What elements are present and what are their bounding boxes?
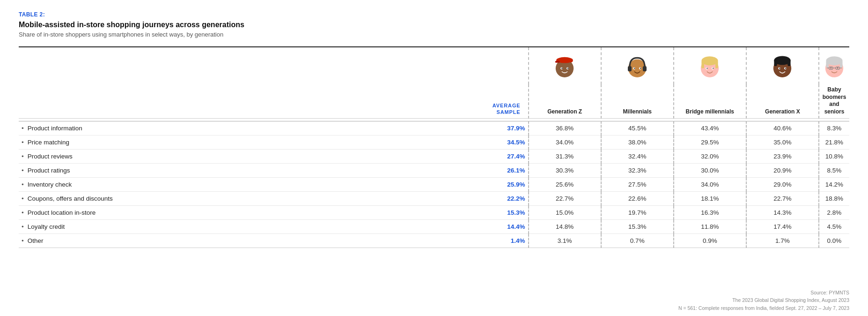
svg-rect-18 — [715, 61, 718, 68]
bridge-value: 32.0% — [674, 150, 746, 164]
gen-x-value: 20.9% — [746, 164, 819, 178]
boomers-value: 8.3% — [819, 121, 849, 135]
row-label: •Loyalty credit — [19, 220, 456, 234]
table-row: •Product location in-store 15.3% 15.0% 1… — [19, 206, 849, 220]
avatar-header-row — [19, 47, 849, 84]
boomers-value: 18.8% — [819, 192, 849, 206]
svg-point-14 — [640, 68, 641, 69]
avatar-millennials — [601, 47, 674, 84]
avg-sample-label: AVERAGESAMPLE — [456, 84, 529, 119]
avg-value: 27.4% — [456, 150, 529, 164]
avg-value: 37.9% — [456, 121, 529, 135]
bullet-icon: • — [22, 167, 24, 174]
avg-value: 26.1% — [456, 164, 529, 178]
svg-rect-33 — [826, 61, 829, 68]
gen-x-value: 22.7% — [746, 192, 819, 206]
table-row: •Inventory check 25.9% 25.6% 27.5% 34.0%… — [19, 178, 849, 192]
millennials-value: 0.7% — [601, 234, 674, 248]
svg-point-30 — [785, 68, 786, 69]
table-row: •Other 1.4% 3.1% 0.7% 0.9% 1.7% 0.0% — [19, 234, 849, 248]
millennials-value: 22.6% — [601, 192, 674, 206]
boomers-value: 14.2% — [819, 178, 849, 192]
avg-value: 34.5% — [456, 135, 529, 150]
col-label-millennials: Millennials — [601, 84, 674, 119]
svg-point-7 — [567, 68, 568, 69]
boomers-value: 0.0% — [819, 234, 849, 248]
bridge-value: 0.9% — [674, 234, 746, 248]
row-label: •Product location in-store — [19, 206, 456, 220]
table-row: •Coupons, offers and discounts 22.2% 22.… — [19, 192, 849, 206]
row-label: •Product information — [19, 121, 456, 135]
millennials-value: 32.3% — [601, 164, 674, 178]
avatar-bridge — [674, 47, 746, 84]
svg-point-6 — [561, 68, 562, 69]
avatar-gen-z — [529, 47, 601, 84]
gen-z-value: 30.3% — [529, 164, 601, 178]
svg-point-21 — [706, 68, 707, 69]
column-label-row: AVERAGESAMPLE Generation Z Millennials B… — [19, 84, 849, 119]
millennials-value: 32.4% — [601, 150, 674, 164]
bridge-value: 11.8% — [674, 220, 746, 234]
bridge-value: 34.0% — [674, 178, 746, 192]
footer-area: Source: PYMNTS The 2023 Global Digital S… — [19, 284, 849, 316]
row-label: •Inventory check — [19, 178, 456, 192]
bridge-value: 18.1% — [674, 192, 746, 206]
svg-rect-25 — [774, 60, 777, 66]
bullet-icon: • — [22, 181, 24, 188]
bridge-value: 43.4% — [674, 121, 746, 135]
boomers-value: 8.5% — [819, 164, 849, 178]
svg-rect-3 — [555, 61, 560, 63]
millennials-value: 19.7% — [601, 206, 674, 220]
gen-z-value: 22.7% — [529, 192, 601, 206]
svg-point-22 — [713, 68, 714, 69]
avg-value: 25.9% — [456, 178, 529, 192]
gen-x-value: 17.4% — [746, 220, 819, 234]
avg-value: 1.4% — [456, 234, 529, 248]
footer-line2: The 2023 Global Digital Shopping Index, … — [19, 296, 849, 304]
gen-z-value: 36.8% — [529, 121, 601, 135]
millennials-value: 38.0% — [601, 135, 674, 150]
boomers-value: 2.8% — [819, 206, 849, 220]
avg-value: 14.4% — [456, 220, 529, 234]
row-label: •Other — [19, 234, 456, 248]
avg-value: 22.2% — [456, 192, 529, 206]
svg-rect-17 — [702, 61, 705, 68]
bullet-icon: • — [22, 209, 24, 216]
millennials-value: 15.3% — [601, 220, 674, 234]
main-table: AVERAGESAMPLE Generation Z Millennials B… — [19, 46, 849, 248]
page-container: TABLE 2: Mobile-assisted in-store shoppi… — [0, 0, 868, 316]
bullet-icon: • — [22, 195, 24, 202]
svg-point-41 — [837, 68, 838, 68]
avg-value: 15.3% — [456, 206, 529, 220]
gen-z-value: 34.0% — [529, 135, 601, 150]
gen-z-value: 15.0% — [529, 206, 601, 220]
gen-x-value: 1.7% — [746, 234, 819, 248]
bridge-value: 29.5% — [674, 135, 746, 150]
gen-x-value: 23.9% — [746, 150, 819, 164]
table-row: •Product information 37.9% 36.8% 45.5% 4… — [19, 121, 849, 135]
footer-source: Source: PYMNTS — [19, 289, 849, 297]
boomers-value: 10.8% — [819, 150, 849, 164]
col-label-boomers: Baby boomersand seniors — [819, 84, 849, 119]
bridge-value: 16.3% — [674, 206, 746, 220]
svg-rect-9 — [628, 66, 632, 71]
avatar-boomers — [819, 47, 849, 84]
gen-x-value: 14.3% — [746, 206, 819, 220]
table-title: Mobile-assisted in-store shopping journe… — [19, 21, 849, 29]
table-row: •Product reviews 27.4% 31.3% 32.4% 32.0%… — [19, 150, 849, 164]
svg-point-13 — [634, 68, 635, 69]
bullet-icon: • — [22, 223, 24, 230]
gen-z-value: 14.8% — [529, 220, 601, 234]
gen-z-value: 3.1% — [529, 234, 601, 248]
svg-point-29 — [780, 68, 780, 69]
svg-rect-26 — [788, 60, 791, 66]
gen-z-value: 25.6% — [529, 178, 601, 192]
row-label: •Product reviews — [19, 150, 456, 164]
col-label-gen-z: Generation Z — [529, 84, 601, 119]
table-row: •Loyalty credit 14.4% 14.8% 15.3% 11.8% … — [19, 220, 849, 234]
bridge-value: 30.0% — [674, 164, 746, 178]
boomers-value: 21.8% — [819, 135, 849, 150]
table-row: •Price matching 34.5% 34.0% 38.0% 29.5% … — [19, 135, 849, 150]
table-row: •Product ratings 26.1% 30.3% 32.3% 30.0%… — [19, 164, 849, 178]
svg-rect-10 — [643, 66, 647, 71]
